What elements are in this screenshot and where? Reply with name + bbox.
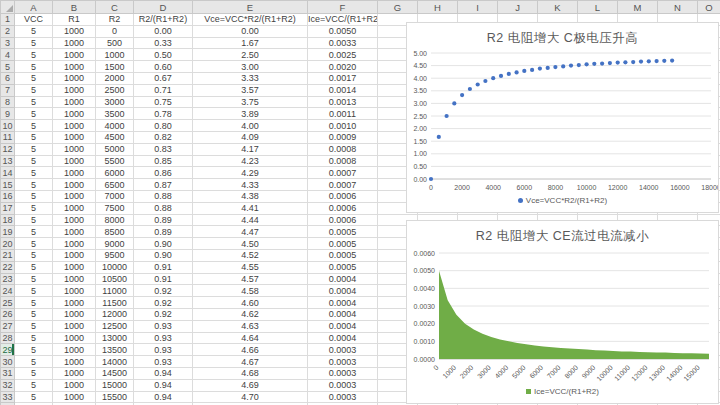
cell-D1[interactable]: R2/(R1+R2) — [134, 14, 193, 26]
cell-C32[interactable]: 15000 — [96, 379, 134, 391]
cell-A10[interactable]: 5 — [15, 120, 53, 132]
cell-C30[interactable]: 14000 — [96, 356, 134, 368]
cell-A1[interactable]: VCC — [15, 14, 53, 26]
cell-C23[interactable]: 10500 — [96, 273, 134, 285]
cell-A22[interactable]: 5 — [15, 261, 53, 273]
cell-A18[interactable]: 5 — [15, 214, 53, 226]
row-header-9[interactable]: 9 — [1, 108, 15, 120]
cell-C21[interactable]: 9500 — [96, 249, 134, 261]
cell-B24[interactable]: 1000 — [53, 285, 96, 297]
cell-F20[interactable]: 0.0005 — [308, 238, 378, 250]
cell-C20[interactable]: 9000 — [96, 238, 134, 250]
cell-E17[interactable]: 4.41 — [193, 202, 308, 214]
cell-D28[interactable]: 0.93 — [134, 332, 193, 344]
cell-C33[interactable]: 15500 — [96, 391, 134, 403]
cell-B31[interactable]: 1000 — [53, 367, 96, 379]
cell-A4[interactable]: 5 — [15, 49, 53, 61]
cell-B32[interactable]: 1000 — [53, 379, 96, 391]
row-header-8[interactable]: 8 — [1, 96, 15, 108]
cell-D20[interactable]: 0.90 — [134, 238, 193, 250]
cell-F28[interactable]: 0.0004 — [308, 332, 378, 344]
row-header-33[interactable]: 33 — [1, 391, 15, 403]
cell-A6[interactable]: 5 — [15, 72, 53, 84]
cell-A11[interactable]: 5 — [15, 131, 53, 143]
cell-C13[interactable]: 5500 — [96, 155, 134, 167]
row-header-17[interactable]: 17 — [1, 202, 15, 214]
cell-A20[interactable]: 5 — [15, 238, 53, 250]
cell-D29[interactable]: 0.93 — [134, 344, 193, 356]
cell-B26[interactable]: 1000 — [53, 308, 96, 320]
cell-E23[interactable]: 4.57 — [193, 273, 308, 285]
column-header-J[interactable]: J — [498, 1, 538, 14]
cell-D23[interactable]: 0.91 — [134, 273, 193, 285]
cell-D6[interactable]: 0.67 — [134, 72, 193, 84]
cell-E10[interactable]: 4.00 — [193, 120, 308, 132]
cell-E12[interactable]: 4.17 — [193, 143, 308, 155]
row-header-20[interactable]: 20 — [1, 238, 15, 250]
row-header-26[interactable]: 26 — [1, 308, 15, 320]
cell-D26[interactable]: 0.92 — [134, 308, 193, 320]
cell-D31[interactable]: 0.94 — [134, 367, 193, 379]
cell-B1[interactable]: R1 — [53, 14, 96, 26]
cell-A8[interactable]: 5 — [15, 96, 53, 108]
cell-E14[interactable]: 4.29 — [193, 167, 308, 179]
row-header-25[interactable]: 25 — [1, 297, 15, 309]
cell-D19[interactable]: 0.89 — [134, 226, 193, 238]
cell-F21[interactable]: 0.0005 — [308, 249, 378, 261]
column-header-L[interactable]: L — [578, 1, 618, 14]
cell-D21[interactable]: 0.90 — [134, 249, 193, 261]
column-header-G[interactable]: G — [378, 1, 418, 14]
cell-D15[interactable]: 0.87 — [134, 179, 193, 191]
cell-A33[interactable]: 5 — [15, 391, 53, 403]
cell-B2[interactable]: 1000 — [53, 25, 96, 37]
cell-E28[interactable]: 4.64 — [193, 332, 308, 344]
row-header-15[interactable]: 15 — [1, 179, 15, 191]
row-header-7[interactable]: 7 — [1, 84, 15, 96]
column-header-A[interactable]: A — [15, 1, 53, 14]
cell-B21[interactable]: 1000 — [53, 249, 96, 261]
cell-F19[interactable]: 0.0005 — [308, 226, 378, 238]
cell-F16[interactable]: 0.0006 — [308, 190, 378, 202]
cell-A13[interactable]: 5 — [15, 155, 53, 167]
cell-F24[interactable]: 0.0004 — [308, 285, 378, 297]
column-header-D[interactable]: D — [134, 1, 193, 14]
cell-F30[interactable]: 0.0003 — [308, 356, 378, 368]
cell-C5[interactable]: 1500 — [96, 61, 134, 73]
cell-B11[interactable]: 1000 — [53, 131, 96, 143]
row-header-6[interactable]: 6 — [1, 72, 15, 84]
cell-B9[interactable]: 1000 — [53, 108, 96, 120]
cell-A16[interactable]: 5 — [15, 190, 53, 202]
column-header-F[interactable]: F — [308, 1, 378, 14]
cell-C22[interactable]: 10000 — [96, 261, 134, 273]
cell-E11[interactable]: 4.09 — [193, 131, 308, 143]
cell-A21[interactable]: 5 — [15, 249, 53, 261]
cell-E3[interactable]: 1.67 — [193, 37, 308, 49]
cell-A27[interactable]: 5 — [15, 320, 53, 332]
cell-E22[interactable]: 4.55 — [193, 261, 308, 273]
cell-D12[interactable]: 0.83 — [134, 143, 193, 155]
cell-F14[interactable]: 0.0007 — [308, 167, 378, 179]
cell-E9[interactable]: 3.89 — [193, 108, 308, 120]
cell-A30[interactable]: 5 — [15, 356, 53, 368]
cell-F8[interactable]: 0.0013 — [308, 96, 378, 108]
cell-B25[interactable]: 1000 — [53, 297, 96, 309]
column-header-O[interactable]: O — [698, 1, 720, 14]
cell-C3[interactable]: 500 — [96, 37, 134, 49]
cell-A24[interactable]: 5 — [15, 285, 53, 297]
cell-F3[interactable]: 0.0033 — [308, 37, 378, 49]
cell-D5[interactable]: 0.60 — [134, 61, 193, 73]
cell-A3[interactable]: 5 — [15, 37, 53, 49]
cell-B6[interactable]: 1000 — [53, 72, 96, 84]
row-header-18[interactable]: 18 — [1, 214, 15, 226]
cell-A19[interactable]: 5 — [15, 226, 53, 238]
cell-C14[interactable]: 6000 — [96, 167, 134, 179]
cell-D24[interactable]: 0.92 — [134, 285, 193, 297]
cell-D8[interactable]: 0.75 — [134, 96, 193, 108]
cell-D3[interactable]: 0.33 — [134, 37, 193, 49]
cell-A14[interactable]: 5 — [15, 167, 53, 179]
cell-D10[interactable]: 0.80 — [134, 120, 193, 132]
cell-B5[interactable]: 1000 — [53, 61, 96, 73]
column-header-K[interactable]: K — [538, 1, 578, 14]
cell-B17[interactable]: 1000 — [53, 202, 96, 214]
cell-C19[interactable]: 8500 — [96, 226, 134, 238]
